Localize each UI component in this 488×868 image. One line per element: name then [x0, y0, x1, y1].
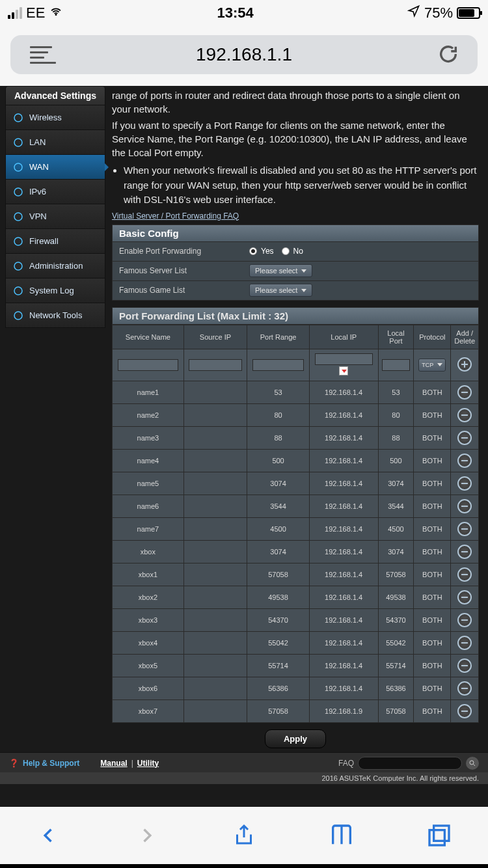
delete-row-button[interactable] — [457, 681, 472, 696]
wifi-icon — [12, 112, 24, 124]
help-link[interactable]: Help & Support — [23, 759, 79, 768]
footer-search[interactable] — [358, 757, 462, 770]
forward-button[interactable] — [132, 821, 161, 850]
sidebar-item-firewall[interactable]: Firewall — [5, 229, 105, 254]
shield-icon — [12, 236, 24, 247]
table-row: name153192.168.1.453BOTH — [113, 381, 479, 403]
enable-pf-label: Enable Port Forwarding — [113, 243, 243, 260]
delete-row-button[interactable] — [457, 704, 472, 718]
table-row: name74500192.168.1.44500BOTH — [113, 517, 479, 540]
delete-row-button[interactable] — [457, 658, 472, 673]
sidebar-item-label: WAN — [29, 162, 49, 172]
vpn-icon — [12, 211, 24, 223]
ip-dropdown-icon[interactable] — [339, 366, 348, 375]
table-row: xbox157058192.168.1.457058BOTH — [113, 563, 479, 586]
url-field[interactable]: 192.168.1.1 — [10, 35, 478, 74]
svg-point-0 — [14, 114, 22, 122]
basic-config-header: Basic Config — [112, 224, 479, 242]
sidebar-item-vpn[interactable]: VPN — [5, 204, 105, 229]
sidebar-item-label: LAN — [29, 137, 46, 147]
search-go-button[interactable] — [466, 757, 479, 770]
utility-link[interactable]: Utility — [137, 759, 159, 768]
add-row-button[interactable] — [457, 357, 472, 372]
sidebar-item-network-tools[interactable]: Network Tools — [5, 303, 105, 328]
game-list-select[interactable]: Please select — [249, 284, 312, 297]
local-port-input[interactable] — [382, 359, 409, 371]
delete-row-button[interactable] — [457, 408, 472, 422]
delete-row-button[interactable] — [457, 431, 472, 445]
col-service: Service Name — [113, 325, 184, 349]
port-range-input[interactable] — [252, 359, 305, 371]
reload-icon[interactable] — [437, 43, 461, 66]
safari-toolbar — [0, 807, 488, 864]
col-add-delete: Add / Delete — [451, 325, 479, 349]
svg-point-6 — [14, 262, 22, 270]
manual-link[interactable]: Manual — [100, 759, 127, 768]
clock: 13:54 — [217, 5, 254, 21]
back-button[interactable] — [34, 821, 63, 850]
server-list-label: Famous Server List — [113, 262, 243, 279]
table-row: xbox455042192.168.1.455042BOTH — [113, 631, 479, 654]
table-row: xbox555714192.168.1.455714BOTH — [113, 654, 479, 677]
sidebar-item-ipv6[interactable]: IPv6 — [5, 180, 105, 204]
sidebar-item-label: Wireless — [29, 113, 62, 122]
sidebar-item-wan[interactable]: WAN — [5, 155, 105, 180]
delete-row-button[interactable] — [457, 567, 472, 582]
delete-row-button[interactable] — [457, 499, 472, 513]
location-icon — [407, 5, 420, 21]
table-row: name63544192.168.1.43544BOTH — [113, 495, 479, 517]
source-input[interactable] — [189, 359, 241, 371]
col-protocol: Protocol — [414, 325, 451, 349]
share-button[interactable] — [230, 821, 258, 850]
apply-button[interactable]: Apply — [265, 729, 326, 748]
svg-point-4 — [14, 213, 22, 221]
tabs-button[interactable] — [425, 821, 454, 850]
globe-icon — [12, 161, 24, 173]
col-port-range: Port Range — [247, 325, 310, 349]
chevron-down-icon — [301, 269, 306, 273]
delete-row-button[interactable] — [457, 385, 472, 400]
service-input[interactable] — [118, 359, 178, 371]
bookmarks-button[interactable] — [327, 821, 356, 850]
delete-row-button[interactable] — [457, 476, 472, 491]
sidebar-item-label: Firewall — [29, 236, 59, 246]
reader-icon[interactable] — [30, 46, 56, 64]
safari-url-bar: 192.168.1.1 — [0, 26, 488, 86]
enable-no-radio[interactable] — [282, 247, 290, 255]
faq-link[interactable]: Virtual Server / Port Forwarding FAQ — [112, 211, 479, 221]
table-row: name53074192.168.1.43074BOTH — [113, 472, 479, 495]
sidebar-item-wireless[interactable]: Wireless — [5, 105, 105, 130]
delete-row-button[interactable] — [457, 545, 472, 559]
sidebar-item-label: Network Tools — [29, 310, 82, 320]
table-row: name280192.168.1.480BOTH — [113, 403, 479, 426]
server-list-select[interactable]: Please select — [249, 264, 312, 277]
delete-row-button[interactable] — [457, 613, 472, 627]
sidebar-item-lan[interactable]: LAN — [5, 130, 105, 155]
delete-row-button[interactable] — [457, 454, 472, 468]
faq-label: FAQ — [338, 759, 354, 768]
protocol-select[interactable]: TCP — [418, 359, 446, 372]
wifi-icon — [49, 5, 63, 21]
delete-row-button[interactable] — [457, 636, 472, 650]
chevron-down-icon — [301, 289, 306, 292]
local-ip-input[interactable] — [315, 353, 373, 365]
sidebar-item-system-log[interactable]: System Log — [5, 278, 105, 303]
sidebar-item-label: System Log — [29, 286, 74, 295]
svg-point-5 — [14, 237, 22, 245]
help-icon: ❓ — [9, 759, 19, 768]
delete-row-button[interactable] — [457, 522, 472, 536]
delete-row-button[interactable] — [457, 590, 472, 604]
col-source: Source IP — [183, 325, 247, 349]
page-footer: ❓ Help & Support Manual | Utility FAQ — [0, 752, 488, 772]
main-content: range of ports in router and redirect da… — [105, 86, 483, 752]
col-local-ip: Local IP — [309, 325, 378, 349]
enable-yes-radio[interactable] — [249, 247, 257, 255]
cell-signal-icon — [8, 7, 22, 19]
copyright: 2016 ASUSTeK Computer Inc. All rights re… — [0, 772, 488, 784]
table-row: xbox354370192.168.1.454370BOTH — [113, 608, 479, 631]
wrench-icon — [12, 310, 24, 321]
no-label: No — [293, 247, 303, 256]
sidebar-item-administration[interactable]: Administration — [5, 254, 105, 278]
home-icon — [12, 137, 24, 148]
svg-point-9 — [470, 761, 474, 765]
